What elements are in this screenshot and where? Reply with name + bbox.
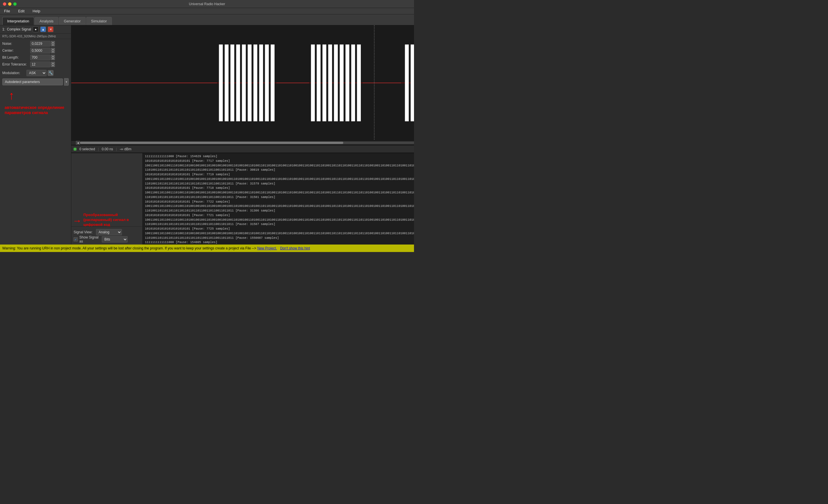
up-arrow-icon: ↑ — [9, 90, 14, 101]
noise-up[interactable]: ▲ — [51, 41, 55, 44]
list-item: 1010101010101010101010101 [Pause: 7717 s… — [145, 159, 414, 164]
decoded-signal-panel[interactable]: 1111111111111000 [Pause: 154629 samples]… — [142, 153, 414, 244]
svg-rect-9 — [259, 45, 263, 121]
bottom-left-panel: → Преобразованный (распаршеный) сигнал в… — [71, 153, 142, 244]
signal-view-label: Signal View: — [74, 230, 94, 234]
error-tolerance-down[interactable]: ▼ — [51, 64, 55, 67]
list-item: 1111111111111000 [Pause: 154629 samples] — [145, 154, 414, 159]
signal-view-select[interactable]: Analog Digital — [96, 229, 122, 235]
new-project-link[interactable]: New Project. — [257, 246, 277, 250]
time-display: 0.00 ns — [102, 147, 113, 151]
show-signal-checkbox[interactable] — [74, 237, 78, 241]
dbm-display: -∞ dBm — [120, 147, 131, 151]
svg-rect-8 — [254, 45, 257, 121]
list-item: 1001100110110011101001101001001001101001… — [145, 177, 414, 182]
center-spinner: ▲ ▼ — [51, 48, 55, 53]
show-signal-select[interactable]: Bits Hex — [102, 236, 128, 242]
modulation-label: Modulation: — [2, 71, 25, 75]
horizontal-scrollbar[interactable] — [80, 142, 414, 144]
signal-canvas — [71, 25, 414, 140]
bit-length-input[interactable] — [30, 55, 50, 60]
tab-simulator[interactable]: Simulator — [86, 17, 112, 25]
modulation-select[interactable]: ASK FSK PSK — [27, 70, 47, 76]
list-item: 1010101010101010101010101 [Pause: 7719 s… — [145, 172, 414, 177]
svg-rect-15 — [323, 45, 326, 121]
tab-analysis[interactable]: Analysis — [35, 17, 58, 25]
warning-text: Warning: You are running URH in non proj… — [2, 246, 256, 250]
record-button[interactable]: ● — [33, 27, 39, 32]
center-up[interactable]: ▲ — [51, 48, 55, 51]
right-panel: Y-Scale — [71, 25, 414, 244]
horizontal-scrollbar-area: ◀ ▶ — [71, 140, 414, 145]
divider1: | — [98, 147, 99, 151]
modulation-row: Modulation: ASK FSK PSK 🔧 — [0, 69, 71, 77]
signal-view-row: Signal View: Analog Digital — [74, 228, 140, 235]
svg-rect-17 — [334, 45, 338, 121]
noise-input[interactable] — [30, 41, 50, 47]
center-label: Center: — [0, 47, 29, 54]
minimize-button[interactable] — [8, 2, 11, 6]
center-down[interactable]: ▼ — [51, 51, 55, 53]
divider2: | — [116, 147, 117, 151]
waveform-svg — [71, 25, 414, 140]
autodetect-button[interactable]: Autodetect parameters — [2, 79, 63, 85]
main-layout: 1: Complex Signal ● ▲ ✕ RTL-SDR-433_920M… — [0, 25, 414, 244]
error-tolerance-control: ▲ ▼ — [29, 61, 71, 68]
show-signal-row: Show Signal as Bits Hex — [74, 235, 140, 243]
close-button[interactable] — [3, 2, 6, 6]
dont-show-link[interactable]: Don't show this hint — [280, 246, 310, 250]
svg-rect-18 — [340, 45, 343, 121]
center-input[interactable] — [30, 48, 50, 53]
maximize-button[interactable] — [13, 2, 17, 6]
bit-length-control: ▲ ▼ — [29, 54, 71, 61]
list-item: 1101001101101101101101101101101100110110… — [145, 195, 414, 200]
wrench-button[interactable]: 🔧 — [48, 70, 53, 76]
list-item: 1001100110110011101001101001001001101001… — [145, 231, 414, 236]
tab-interpretation[interactable]: Interpretation — [2, 17, 34, 25]
signal-status-bar: 0 selected | 0.00 ns | -∞ dBm ⊞ Filter (… — [71, 145, 414, 152]
scrollbar-thumb[interactable] — [80, 142, 343, 144]
menu-file[interactable]: File — [2, 8, 12, 14]
noise-label: Noise: — [0, 40, 29, 47]
svg-rect-16 — [328, 45, 332, 121]
list-item: 1010101010101010101010101 [Pause: 7725 s… — [145, 227, 414, 231]
remove-button[interactable]: ✕ — [48, 27, 53, 32]
window-title: Universal Radio Hacker — [189, 2, 225, 6]
left-panel: 1: Complex Signal ● ▲ ✕ RTL-SDR-433_920M… — [0, 25, 71, 244]
menu-edit[interactable]: Edit — [16, 8, 26, 14]
title-bar: Universal Radio Hacker — [0, 0, 414, 8]
svg-rect-13 — [311, 45, 315, 121]
bit-length-spinner: ▲ ▼ — [51, 55, 55, 60]
warning-bar: Warning: You are running URH in non proj… — [0, 244, 414, 252]
autodetect-dropdown-arrow[interactable]: ▼ — [64, 78, 69, 86]
tab-generator[interactable]: Generator — [59, 17, 86, 25]
signal-filename: RTL-SDR-433_920MHz-2MSps-2MHz — [0, 34, 71, 39]
noise-down[interactable]: ▼ — [51, 44, 55, 46]
right-arrow-icon: → — [73, 216, 82, 226]
svg-rect-25 — [411, 45, 414, 121]
svg-rect-2 — [219, 45, 223, 121]
error-tolerance-spinner: ▲ ▼ — [51, 62, 55, 67]
parameters-grid: Noise: ▲ ▼ Center: ▲ ▼ Bit Length: — [0, 39, 71, 69]
list-item: 1001100110110011101001101001001001101001… — [145, 190, 414, 195]
tabs-bar: Interpretation Analysis Generator Simula… — [0, 14, 414, 25]
list-item: 1101001101101101101101101101101100110110… — [145, 222, 414, 227]
svg-rect-11 — [271, 45, 275, 121]
noise-spinner: ▲ ▼ — [51, 41, 55, 46]
list-item: 1001100110110011101001101001001001101001… — [145, 204, 414, 209]
bit-length-up[interactable]: ▲ — [51, 55, 55, 57]
error-tolerance-input[interactable] — [30, 61, 50, 67]
show-signal-label: Show Signal as — [79, 235, 100, 243]
menu-help[interactable]: Help — [31, 8, 42, 14]
scroll-left-arrow[interactable]: ◀ — [76, 141, 80, 145]
noise-control: ▲ ▼ — [29, 40, 71, 47]
list-item: 1001100110110011101001101001001001101001… — [145, 218, 414, 222]
svg-rect-14 — [317, 45, 321, 121]
svg-rect-4 — [231, 45, 234, 121]
bit-length-down[interactable]: ▼ — [51, 57, 55, 60]
svg-rect-21 — [357, 45, 361, 121]
error-tolerance-up[interactable]: ▲ — [51, 62, 55, 64]
info-button[interactable]: ▲ — [40, 27, 46, 32]
center-control: ▲ ▼ — [29, 47, 71, 54]
list-item: 1101001101101101101101101101101100110110… — [145, 236, 414, 240]
